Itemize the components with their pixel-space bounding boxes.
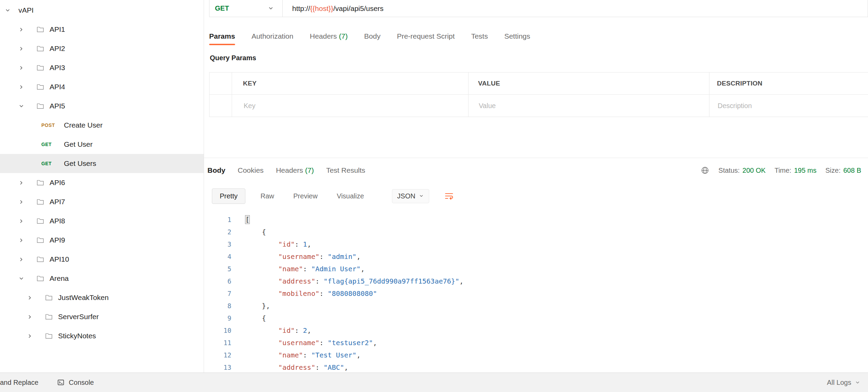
folder-icon <box>36 83 44 91</box>
code-text: "name": "Test User", <box>231 349 361 361</box>
params-table-header: KEYVALUEDESCRIPTION <box>209 73 868 95</box>
column-header-key: KEY <box>232 73 468 94</box>
code-line: 13 "address": "ABC", <box>204 361 868 373</box>
sidebar-item-arena[interactable]: Arena <box>0 269 204 288</box>
find-and-replace-button[interactable]: and Replace <box>0 379 38 387</box>
console-label: Console <box>69 379 94 387</box>
response-tab-test-results[interactable]: Test Results <box>326 166 365 174</box>
request-url-bar: GET http://{{host}}/vapi/api5/users <box>209 0 868 17</box>
request-tab-tests[interactable]: Tests <box>471 32 488 45</box>
sidebar-item-label: API6 <box>50 179 65 187</box>
sidebar-item-justweaktoken[interactable]: JustWeakToken <box>0 288 204 307</box>
sidebar-item-api2[interactable]: API2 <box>0 39 204 58</box>
column-header-description: DESCRIPTION <box>709 73 868 94</box>
wrap-text-button[interactable] <box>443 190 455 202</box>
view-tab-visualize[interactable]: Visualize <box>337 192 364 200</box>
request-tab-pre-request-script[interactable]: Pre-request Script <box>397 32 455 45</box>
code-line: 6 "address": "flag{api5_76dd990a97ff1563… <box>204 275 868 287</box>
sidebar-item-get-users[interactable]: GETGet Users <box>0 154 204 173</box>
network-icon[interactable] <box>701 166 709 175</box>
sidebar-item-vapi[interactable]: vAPI <box>0 1 204 20</box>
view-tab-raw[interactable]: Raw <box>260 192 274 200</box>
code-text: "id": 2, <box>231 324 311 337</box>
value-input[interactable] <box>478 102 687 110</box>
sidebar-item-api9[interactable]: API9 <box>0 231 204 250</box>
sidebar-item-create-user[interactable]: POSTCreate User <box>0 116 204 135</box>
response-view-toolbar: PrettyRawPreviewVisualize JSON <box>204 183 868 209</box>
params-table-row <box>209 95 868 117</box>
tab-label: Preview <box>293 192 317 200</box>
description-input[interactable] <box>717 102 854 110</box>
chevron-down-icon <box>855 380 860 386</box>
sidebar-item-label: API9 <box>50 236 65 244</box>
code-text: { <box>231 312 266 324</box>
code-text: }, <box>231 300 270 312</box>
response-tab-headers[interactable]: Headers(7) <box>276 166 314 174</box>
view-tab-preview[interactable]: Preview <box>293 192 317 200</box>
request-panel: GET http://{{host}}/vapi/api5/users Para… <box>204 0 868 373</box>
sidebar-item-api3[interactable]: API3 <box>0 58 204 77</box>
tab-label: Raw <box>260 192 274 200</box>
sidebar-item-api8[interactable]: API8 <box>0 211 204 231</box>
all-logs-select[interactable]: All Logs <box>827 379 860 387</box>
code-line: 5 "name": "Admin User", <box>204 263 868 275</box>
collection-tree: vAPIAPI1API2API3API4API5POSTCreate UserG… <box>0 1 204 345</box>
tab-label: Pretty <box>220 192 238 200</box>
code-line: 2 { <box>204 226 868 238</box>
sidebar-item-api6[interactable]: API6 <box>0 173 204 192</box>
folder-icon <box>45 313 53 321</box>
key-input[interactable] <box>243 102 447 110</box>
sidebar-item-label: API7 <box>50 198 65 206</box>
request-tab-body[interactable]: Body <box>364 32 381 45</box>
tab-count: (7) <box>339 32 348 40</box>
language-select-value: JSON <box>397 192 415 200</box>
time-label: Time: <box>774 167 791 174</box>
param-cell <box>709 95 868 117</box>
sidebar-item-label: API4 <box>50 83 65 91</box>
line-number: 1 <box>204 213 231 226</box>
view-tab-pretty[interactable]: Pretty <box>212 188 245 204</box>
param-cell <box>232 95 468 117</box>
folder-icon <box>36 179 44 187</box>
sidebar-item-api4[interactable]: API4 <box>0 77 204 96</box>
url-text: /vapi/api5/users <box>333 4 383 12</box>
request-tab-params[interactable]: Params <box>209 32 235 45</box>
sidebar-item-api5[interactable]: API5 <box>0 96 204 116</box>
response-tabs: BodyCookiesHeaders(7)Test Results <box>207 166 378 174</box>
chevron-right-icon <box>18 84 25 90</box>
sidebar-item-get-user[interactable]: GETGet User <box>0 135 204 154</box>
url-input[interactable]: http://{{host}}/vapi/api5/users <box>283 4 868 13</box>
request-tabs: ParamsAuthorizationHeaders(7)BodyPre-req… <box>204 17 868 45</box>
sidebar-item-serversurfer[interactable]: ServerSurfer <box>0 307 204 326</box>
response-tab-cookies[interactable]: Cookies <box>238 166 264 174</box>
sidebar-item-api10[interactable]: API10 <box>0 250 204 269</box>
response-body-code[interactable]: 1[2 {3 "id": 1,4 "username": "admin",5 "… <box>204 209 868 373</box>
sidebar-item-label: JustWeakToken <box>58 293 109 302</box>
folder-icon <box>36 44 44 53</box>
code-line: 7 "mobileno": "8080808080" <box>204 287 868 300</box>
all-logs-label: All Logs <box>827 379 851 387</box>
tab-label: Headers <box>276 166 303 174</box>
language-select[interactable]: JSON <box>392 189 429 203</box>
chevron-right-icon <box>18 237 25 244</box>
chevron-right-icon <box>18 65 25 71</box>
chevron-right-icon <box>18 45 25 52</box>
console-button[interactable]: Console <box>57 379 94 387</box>
method-selector[interactable]: GET <box>209 0 283 17</box>
request-tab-headers[interactable]: Headers(7) <box>310 32 348 45</box>
request-tab-settings[interactable]: Settings <box>504 32 530 45</box>
sidebar-item-api1[interactable]: API1 <box>0 20 204 39</box>
chevron-down-icon <box>268 5 274 12</box>
sidebar-item-stickynotes[interactable]: StickyNotes <box>0 326 204 345</box>
folder-icon <box>36 274 44 283</box>
sidebar-item-api7[interactable]: API7 <box>0 192 204 211</box>
params-table: KEYVALUEDESCRIPTION <box>209 72 868 117</box>
row-handle-cell <box>209 95 232 117</box>
url-text: http:// <box>292 4 310 12</box>
method-badge: POST <box>41 122 64 128</box>
request-tab-authorization[interactable]: Authorization <box>252 32 294 45</box>
folder-icon <box>36 64 44 72</box>
response-tab-body[interactable]: Body <box>207 166 226 174</box>
code-line: 12 "name": "Test User", <box>204 349 868 361</box>
chevron-down-icon <box>4 7 11 14</box>
